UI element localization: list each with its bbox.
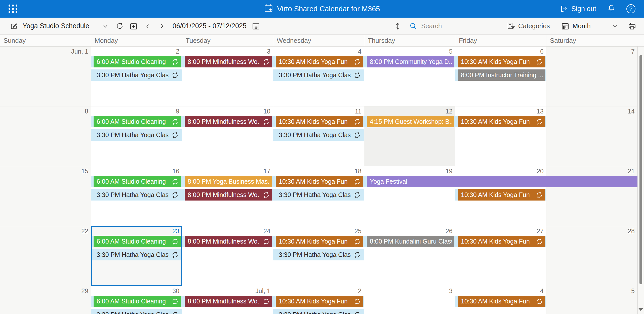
calendar-event[interactable]: 6:00 AM Studio Cleaning bbox=[91, 56, 182, 67]
day-cell[interactable]: 2710:30 AM Kids Yoga Fun bbox=[455, 226, 546, 286]
calendar-name[interactable]: Yoga Studio Schedule bbox=[23, 22, 89, 30]
calendar-event[interactable]: 10:30 AM Kids Yoga Fun bbox=[455, 189, 546, 201]
week-row: 15166:00 AM Studio Cleaning3:30 PM Hatha… bbox=[0, 166, 644, 226]
day-cell[interactable]: 210:30 AM Kids Yoga Fun3:30 PM Hatha Yog… bbox=[273, 286, 364, 314]
calendar-event[interactable]: 4:15 PM Guest Workshop: B... bbox=[364, 116, 455, 127]
calendar-event[interactable]: 10:30 AM Kids Yoga Fun bbox=[455, 56, 546, 67]
next-period-icon[interactable] bbox=[157, 22, 166, 30]
day-cell[interactable]: Jun, 1 bbox=[0, 47, 91, 106]
day-cell[interactable]: 2010:30 AM Kids Yoga Fun bbox=[455, 166, 546, 226]
calendar-event[interactable]: 6:00 AM Studio Cleaning bbox=[91, 236, 182, 247]
calendar-event[interactable]: 8:00 PM Mindfulness Wo... bbox=[182, 236, 273, 247]
day-cell[interactable]: 8 bbox=[0, 106, 91, 166]
calendar-event[interactable]: 10:30 AM Kids Yoga Fun bbox=[455, 236, 546, 247]
calendar-event[interactable]: 10:30 AM Kids Yoga Fun bbox=[455, 116, 546, 127]
day-cell[interactable]: 5 bbox=[546, 286, 637, 314]
day-cell[interactable]: Jul, 18:00 PM Mindfulness Wo... bbox=[182, 286, 273, 314]
scrollbar-thumb[interactable] bbox=[639, 55, 642, 284]
day-cell[interactable]: 22 bbox=[0, 226, 91, 286]
calendar-event[interactable]: 8:00 PM Mindfulness Wo... bbox=[182, 116, 273, 127]
prev-period-icon[interactable] bbox=[143, 22, 152, 30]
calendar-event[interactable]: 3:30 PM Hatha Yoga Class bbox=[273, 129, 364, 141]
calendar-event[interactable]: 3:30 PM Hatha Yoga Class bbox=[273, 309, 364, 314]
day-cell[interactable]: 108:00 PM Mindfulness Wo... bbox=[182, 106, 273, 166]
day-cell[interactable]: 14 bbox=[546, 106, 637, 166]
calendar-event[interactable]: 10:30 AM Kids Yoga Fun bbox=[273, 116, 364, 127]
refresh-icon[interactable] bbox=[115, 22, 124, 30]
calendar-event[interactable]: 3:30 PM Hatha Yoga Class bbox=[273, 189, 364, 201]
print-icon[interactable] bbox=[628, 22, 636, 30]
calendar-event[interactable]: 10:30 AM Kids Yoga Fun bbox=[273, 236, 364, 247]
search-box[interactable] bbox=[409, 22, 484, 30]
day-cell[interactable]: 610:30 AM Kids Yoga Fun8:00 PM Instructo… bbox=[455, 47, 546, 106]
calendar-event[interactable]: 3:30 PM Hatha Yoga Class bbox=[91, 129, 182, 141]
calendar-event[interactable]: 8:00 PM Yoga Business Mas... bbox=[182, 176, 273, 187]
calendar-event[interactable]: 10:30 AM Kids Yoga Fun bbox=[273, 176, 364, 187]
day-cell[interactable]: 3 bbox=[364, 286, 455, 314]
day-cell[interactable]: 178:00 PM Yoga Business Mas...8:00 PM Mi… bbox=[182, 166, 273, 226]
app-launcher-icon[interactable] bbox=[9, 5, 18, 13]
calendar-event[interactable]: 6:00 AM Studio Cleaning bbox=[91, 116, 182, 127]
calendar-select-chevron-icon[interactable] bbox=[101, 22, 110, 30]
date-range[interactable]: 06/01/2025 - 07/12/2025 bbox=[173, 22, 247, 30]
calendar-event[interactable]: 3:30 PM Hatha Yoga Class bbox=[273, 69, 364, 81]
day-cell[interactable]: 1110:30 AM Kids Yoga Fun3:30 PM Hatha Yo… bbox=[273, 106, 364, 166]
day-cell[interactable]: 166:00 AM Studio Cleaning3:30 PM Hatha Y… bbox=[91, 166, 182, 226]
calendar-event-multiday[interactable]: Yoga Festival bbox=[364, 176, 644, 187]
day-header-row: SundayMondayTuesdayWednesdayThursdayFrid… bbox=[0, 35, 644, 47]
day-cell[interactable]: 29 bbox=[0, 286, 91, 314]
day-cell[interactable]: 15 bbox=[0, 166, 91, 226]
help-button[interactable]: ? bbox=[626, 4, 635, 13]
calendar-event[interactable]: 10:30 AM Kids Yoga Fun bbox=[273, 296, 364, 307]
calendar-event[interactable]: 3:30 PM Hatha Yoga Class bbox=[91, 189, 182, 201]
scrollbar-down-arrow[interactable] bbox=[638, 308, 643, 311]
calendar-event[interactable]: 8:00 PM Kundalini Guru Class bbox=[364, 236, 455, 247]
day-cell[interactable]: 58:00 PM Community Yoga D... bbox=[364, 47, 455, 106]
day-cell-selected[interactable]: 236:00 AM Studio Cleaning3:30 PM Hatha Y… bbox=[91, 226, 182, 286]
calendar-event[interactable]: 10:30 AM Kids Yoga Fun bbox=[455, 296, 546, 307]
day-cell[interactable]: 248:00 PM Mindfulness Wo... bbox=[182, 226, 273, 286]
calendar-event[interactable]: 3:30 PM Hatha Yoga Class bbox=[273, 249, 364, 260]
day-cell[interactable]: 124:15 PM Guest Workshop: B... bbox=[364, 106, 455, 166]
search-input[interactable] bbox=[421, 22, 484, 30]
notifications-button[interactable] bbox=[607, 4, 615, 13]
day-cell[interactable]: 1310:30 AM Kids Yoga Fun bbox=[455, 106, 546, 166]
day-cell[interactable]: 2510:30 AM Kids Yoga Fun3:30 PM Hatha Yo… bbox=[273, 226, 364, 286]
resize-vertical-icon[interactable] bbox=[393, 22, 402, 30]
day-cell[interactable]: 26:00 AM Studio Cleaning3:30 PM Hatha Yo… bbox=[91, 47, 182, 106]
day-cell[interactable]: 1810:30 AM Kids Yoga Fun3:30 PM Hatha Yo… bbox=[273, 166, 364, 226]
date-picker-icon[interactable] bbox=[252, 22, 260, 30]
calendar-event[interactable]: 3:30 PM Hatha Yoga Class bbox=[91, 69, 182, 81]
calendar-event[interactable]: 6:00 AM Studio Cleaning bbox=[91, 176, 182, 187]
event-label: 3:30 PM Hatha Yoga Class bbox=[97, 191, 169, 199]
calendar-event[interactable]: 3:30 PM Hatha Yoga Class bbox=[91, 249, 182, 260]
day-cell[interactable]: 268:00 PM Kundalini Guru Class bbox=[364, 226, 455, 286]
day-cell[interactable]: 38:00 PM Mindfulness Wo... bbox=[182, 47, 273, 106]
calendar-event[interactable]: 8:00 PM Mindfulness Wo... bbox=[182, 56, 273, 67]
event-chip: 10:30 AM Kids Yoga Fun bbox=[276, 116, 363, 127]
day-cell[interactable]: 306:00 AM Studio Cleaning3:30 PM Hatha Y… bbox=[91, 286, 182, 314]
categories-button[interactable]: Categories bbox=[507, 22, 550, 30]
day-cell[interactable]: 21 bbox=[546, 166, 637, 226]
view-selector[interactable]: Month bbox=[561, 22, 591, 30]
sign-out-button[interactable]: Sign out bbox=[560, 5, 596, 13]
go-to-today-icon[interactable] bbox=[129, 22, 138, 30]
calendar-event[interactable]: 8:00 PM Instructor Training ... bbox=[455, 69, 546, 81]
calendar-event[interactable]: 8:00 PM Mindfulness Wo... bbox=[182, 189, 273, 201]
day-cell[interactable]: 28 bbox=[546, 226, 637, 286]
calendar-event[interactable]: 6:00 AM Studio Cleaning bbox=[91, 296, 182, 307]
day-cell[interactable]: 96:00 AM Studio Cleaning3:30 PM Hatha Yo… bbox=[91, 106, 182, 166]
calendar-event[interactable]: 8:00 PM Mindfulness Wo... bbox=[182, 296, 273, 307]
event-chip: 8:00 PM Mindfulness Wo... bbox=[185, 56, 272, 67]
day-cell[interactable]: 19 bbox=[364, 166, 455, 226]
calendar-event[interactable]: 8:00 PM Community Yoga D... bbox=[364, 56, 455, 67]
event-chip: 3:30 PM Hatha Yoga Class bbox=[276, 129, 363, 141]
day-cell[interactable]: 7 bbox=[546, 47, 637, 106]
vertical-scrollbar[interactable] bbox=[637, 47, 644, 314]
day-cell[interactable]: 410:30 AM Kids Yoga Fun3:30 PM Hatha Yog… bbox=[273, 47, 364, 106]
view-dropdown-chevron-icon[interactable] bbox=[611, 22, 619, 30]
edit-calendar-icon[interactable] bbox=[10, 22, 18, 30]
calendar-event[interactable]: 3:30 PM Hatha Yoga Class bbox=[91, 309, 182, 314]
calendar-event[interactable]: 10:30 AM Kids Yoga Fun bbox=[273, 56, 364, 67]
day-cell[interactable]: 410:30 AM Kids Yoga Fun bbox=[455, 286, 546, 314]
